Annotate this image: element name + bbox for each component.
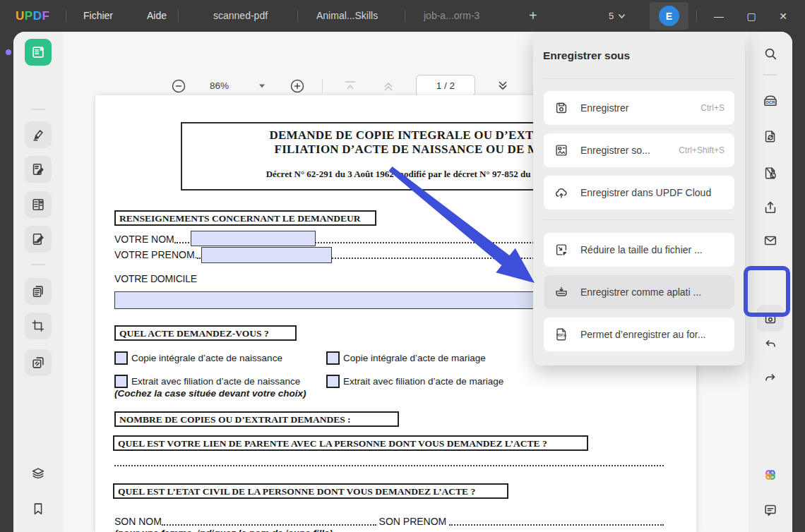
- tab-count-dropdown[interactable]: 5: [609, 0, 626, 32]
- ai-assistant-icon[interactable]: [757, 461, 784, 488]
- next-page-button[interactable]: [495, 78, 511, 94]
- menu-item-shortcut: Ctrl+Shift+S: [679, 145, 724, 155]
- section-header-acte: QUEL ACTE DEMANDEZ-VOUS ?: [114, 325, 297, 341]
- label-votre-domicile: VOTRE DOMICILE: [114, 273, 197, 284]
- footnote: (pour une femme, indiquez le nom de jeun…: [114, 528, 333, 532]
- section-header-demandeur: RENSEIGNEMENTS CONCERNANT LE DEMANDEUR: [114, 210, 376, 226]
- checkbox-extrait-naissance[interactable]: [114, 375, 128, 388]
- section-header-lien: QUEL EST VOTRE LIEN DE PARENTE AVEC LA P…: [113, 435, 588, 451]
- redo-icon[interactable]: [757, 365, 784, 392]
- sidebar-divider: [763, 74, 777, 75]
- menu-item-enregistrer-aplati[interactable]: Enregistrer comme aplati ...: [544, 275, 734, 309]
- prenom-form-field[interactable]: [201, 247, 332, 263]
- undo-icon[interactable]: [757, 332, 784, 358]
- menu-item-label: Enregistrer dans UPDF Cloud: [580, 187, 724, 198]
- new-tab-button[interactable]: +: [529, 0, 537, 32]
- page-indicator-input[interactable]: 1 / 2: [416, 75, 475, 97]
- section-header-etat: QUEL EST L’ETAT CIVIL DE LA PERSONNE DON…: [113, 483, 508, 499]
- tab-separator: [178, 10, 179, 22]
- label-votre-prenom: VOTRE PRENOM.: [114, 249, 197, 260]
- organize-pages-icon[interactable]: [25, 278, 52, 305]
- checkbox-note: (Cochez la case située devant votre choi…: [114, 388, 306, 399]
- label-son-prenom: SON PRENOM: [376, 516, 450, 527]
- pdfa-icon: PDF/A: [554, 327, 569, 342]
- close-button[interactable]: ✕: [771, 0, 795, 32]
- checkbox-copie-naissance[interactable]: [114, 351, 128, 365]
- checkbox-extrait-mariage[interactable]: [326, 375, 340, 388]
- dotted-answer-line: [114, 465, 664, 466]
- toolbar-divider: [322, 79, 323, 93]
- edit-page-icon[interactable]: [25, 156, 52, 183]
- layers-icon[interactable]: [25, 460, 52, 487]
- svg-text:PDF/A: PDF/A: [556, 334, 567, 337]
- section-header-nombre: NOMBRE DE COPIES OU D’EXTRAIT DEMANDES :: [114, 411, 399, 427]
- save-tools-icon[interactable]: [757, 305, 784, 332]
- titlebar-separator: [66, 10, 66, 22]
- bookmark-icon[interactable]: [25, 495, 52, 522]
- feedback-icon[interactable]: [757, 497, 784, 524]
- menu-item-label: Permet d’enregistrer au for...: [580, 329, 724, 340]
- tab-job-form[interactable]: job-a...orm-3: [424, 0, 479, 32]
- tab-animal-skills[interactable]: Animal...Skills: [316, 0, 378, 32]
- email-icon[interactable]: [757, 227, 784, 254]
- annotate-icon[interactable]: [25, 121, 52, 148]
- protect-icon[interactable]: [757, 159, 784, 186]
- menu-item-shortcut: Ctrl+S: [700, 103, 724, 113]
- menu-item-enregistrer-sous[interactable]: Enregistrer so... Ctrl+Shift+S: [544, 133, 734, 167]
- menu-item-reduire-taille[interactable]: Réduire la taille du fichier ...: [544, 233, 734, 267]
- checkbox-label: Copie intégrale d’acte de mariage: [343, 353, 486, 363]
- sign-icon[interactable]: [25, 226, 52, 253]
- search-icon[interactable]: [757, 40, 784, 67]
- label-votre-nom: VOTRE NOM: [114, 234, 174, 245]
- menu-fichier[interactable]: Fichier: [83, 0, 113, 32]
- tab-scanned-pdf[interactable]: scanned-pdf: [213, 0, 268, 32]
- checkbox-label: Extrait avec filiation d’acte de naissan…: [131, 376, 300, 387]
- checkbox-copie-mariage[interactable]: [326, 351, 340, 365]
- previous-page-button[interactable]: [381, 78, 396, 94]
- account-button[interactable]: E: [650, 2, 688, 30]
- save-icon: [554, 100, 569, 116]
- checkbox-label: Copie intégrale d’acte de naissance: [131, 353, 282, 363]
- panel-divider: [543, 78, 735, 79]
- menu-item-label: Enregistrer comme aplati ...: [580, 286, 724, 298]
- checkbox-label: Extrait avec filiation d’acte de mariage: [343, 376, 503, 387]
- label-son-nom: SON NOM: [114, 516, 162, 527]
- nom-form-field[interactable]: [191, 231, 316, 246]
- minimize-button[interactable]: —: [707, 0, 731, 32]
- son-nom-row: SON NOMSON PRENOM: [114, 516, 664, 527]
- go-to-top-button[interactable]: [342, 78, 358, 94]
- form-icon[interactable]: [25, 191, 52, 218]
- left-sidebar: [13, 32, 63, 532]
- share-icon[interactable]: [757, 194, 784, 221]
- sidebar-divider: [31, 109, 45, 110]
- attachment-icon[interactable]: [25, 528, 52, 532]
- crop-icon[interactable]: [25, 313, 52, 339]
- zoom-out-button[interactable]: [170, 78, 187, 95]
- ocr-icon[interactable]: OCR: [757, 87, 784, 114]
- chevron-down-icon: [618, 13, 626, 19]
- menu-item-updf-cloud[interactable]: Enregistrer dans UPDF Cloud: [544, 176, 734, 210]
- menu-item-label: Enregistrer: [580, 102, 700, 114]
- menu-aide[interactable]: Aide: [147, 0, 167, 32]
- menu-item-pdfa[interactable]: PDF/A Permet d’enregistrer au for...: [544, 318, 734, 351]
- tab-separator: [405, 10, 405, 22]
- zoom-dropdown-caret[interactable]: [258, 83, 266, 89]
- menu-item-enregistrer[interactable]: Enregistrer Ctrl+S: [544, 91, 734, 125]
- notification-dot: [6, 49, 11, 55]
- svg-text:OCR: OCR: [765, 100, 775, 104]
- reader-icon[interactable]: [25, 39, 52, 66]
- cloud-upload-icon: [554, 185, 569, 200]
- updf-logo: UPDF: [16, 0, 49, 32]
- extract-pages-icon[interactable]: [25, 349, 52, 376]
- zoom-in-button[interactable]: [289, 78, 306, 95]
- compress-file-icon: [554, 242, 569, 258]
- titlebar: UPDF Fichier Aide scanned-pdf Animal...S…: [0, 0, 805, 32]
- convert-icon[interactable]: [757, 123, 784, 150]
- right-sidebar: OCR: [749, 32, 792, 532]
- app-window: UPDF Fichier Aide scanned-pdf Animal...S…: [0, 0, 805, 532]
- tab-separator: [297, 10, 298, 22]
- save-as-panel: Enregistrer sous Enregistrer Ctrl+S Enre…: [533, 32, 745, 365]
- titlebar-separator: [696, 10, 697, 22]
- maximize-button[interactable]: ▢: [739, 0, 763, 32]
- avatar: E: [659, 6, 679, 26]
